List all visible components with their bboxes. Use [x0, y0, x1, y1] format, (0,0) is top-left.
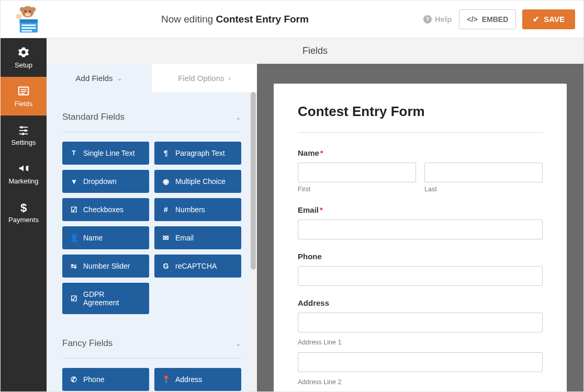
- field-type-numbers[interactable]: #Numbers: [154, 198, 241, 221]
- field-type-label: Address: [175, 375, 202, 384]
- svg-point-17: [20, 126, 23, 129]
- bullhorn-icon: [18, 163, 29, 174]
- group-standard-fields[interactable]: Standard Fields ⌄: [62, 107, 241, 132]
- svg-point-1: [20, 7, 25, 11]
- content-header: Fields: [47, 38, 583, 64]
- field-type-single-line-text[interactable]: TSingle Line Text: [62, 142, 149, 165]
- fancy-field-grid: ✆Phone📍Address: [62, 368, 241, 391]
- paragraph-icon: ¶: [162, 149, 170, 157]
- help-icon: ?: [423, 15, 432, 24]
- code-icon: </>: [467, 15, 477, 24]
- field-address[interactable]: Address Address Line 1 Address Line 2: [298, 298, 543, 386]
- embed-button[interactable]: </> EMBED: [459, 9, 516, 29]
- addr1-sublabel: Address Line 1: [298, 339, 543, 346]
- name-label: Name*: [298, 148, 543, 157]
- svg-point-21: [22, 132, 25, 135]
- required-mark: *: [320, 148, 323, 157]
- addr2-sublabel: Address Line 2: [298, 378, 543, 386]
- field-type-email[interactable]: ✉Email: [154, 226, 241, 249]
- field-phone[interactable]: Phone: [298, 252, 543, 286]
- group-title: Fancy Fields: [62, 338, 113, 349]
- svg-rect-8: [21, 24, 36, 26]
- page-title: Now editing Contest Entry Form: [47, 14, 423, 25]
- tab-field-options[interactable]: Field Options ›: [152, 64, 257, 92]
- sidebar-label: Fields: [15, 100, 33, 108]
- field-email[interactable]: Email*: [298, 205, 543, 239]
- sidebar-item-fields[interactable]: Fields: [1, 77, 47, 116]
- field-type-address[interactable]: 📍Address: [154, 368, 241, 391]
- preview-title: Contest Entry Form: [298, 103, 543, 133]
- label-text: Name: [298, 148, 319, 157]
- sidebar-item-setup[interactable]: Setup: [1, 38, 47, 77]
- dropdown-icon: ▾: [70, 177, 78, 186]
- tab-label: Add Fields: [76, 74, 113, 83]
- field-type-number-slider[interactable]: ⇆Number Slider: [62, 255, 149, 278]
- svg-point-5: [25, 13, 31, 16]
- field-type-paragraph-text[interactable]: ¶Paragraph Text: [154, 142, 241, 165]
- field-type-name[interactable]: 👤Name: [62, 226, 149, 249]
- fields-panel: Add Fields ⌄ Field Options › Standard Fi…: [47, 64, 257, 391]
- field-name[interactable]: Name* First Last: [298, 148, 543, 193]
- logo: [9, 5, 47, 33]
- address1-input[interactable]: [298, 313, 543, 332]
- chevron-down-icon: ⌄: [235, 340, 241, 348]
- sidebar-label: Settings: [12, 139, 36, 146]
- phone-label: Phone: [298, 252, 543, 261]
- field-type-label: Email: [175, 234, 194, 242]
- panel-inner: Standard Fields ⌄ TSingle Line Text¶Para…: [47, 92, 257, 391]
- check-icon: ☑: [70, 205, 78, 214]
- field-type-label: Name: [83, 234, 103, 242]
- svg-point-2: [31, 7, 36, 11]
- field-type-multiple-choice[interactable]: ◉Multiple Choice: [154, 170, 241, 193]
- field-type-checkboxes[interactable]: ☑Checkboxes: [62, 198, 149, 221]
- radio-icon: ◉: [162, 177, 170, 186]
- field-type-label: Multiple Choice: [175, 177, 226, 186]
- tab-label: Field Options: [178, 74, 224, 83]
- form-preview: Contest Entry Form Name* First Last: [274, 84, 567, 391]
- field-type-label: Paragraph Text: [175, 149, 225, 157]
- field-type-label: Numbers: [175, 205, 205, 214]
- last-name-input[interactable]: [424, 163, 543, 182]
- check-icon: ☑: [70, 294, 78, 303]
- sidebar-item-payments[interactable]: $ Payments: [1, 193, 47, 232]
- form-name: Contest Entry Form: [216, 14, 309, 25]
- field-type-dropdown[interactable]: ▾Dropdown: [62, 170, 149, 193]
- field-type-recaptcha[interactable]: GreCAPTCHA: [154, 255, 241, 278]
- label-text: Email: [298, 205, 319, 214]
- sidebar-label: Setup: [15, 61, 32, 69]
- field-type-label: Single Line Text: [83, 149, 135, 157]
- panel-tabs: Add Fields ⌄ Field Options ›: [47, 64, 257, 92]
- tab-add-fields[interactable]: Add Fields ⌄: [47, 64, 152, 92]
- field-type-phone[interactable]: ✆Phone: [62, 368, 149, 391]
- help-link[interactable]: ? Help: [423, 15, 452, 24]
- group-fancy-fields[interactable]: Fancy Fields ⌄: [62, 333, 241, 359]
- gear-icon: [18, 47, 29, 58]
- last-sublabel: Last: [424, 186, 543, 193]
- scrollbar-thumb[interactable]: [251, 92, 256, 270]
- field-type-label: Checkboxes: [83, 205, 123, 214]
- field-type-label: Number Slider: [83, 262, 130, 270]
- svg-rect-9: [21, 27, 36, 29]
- svg-point-19: [24, 129, 27, 132]
- recaptcha-icon: G: [162, 262, 170, 270]
- address2-input[interactable]: [298, 352, 543, 372]
- required-mark: *: [320, 205, 323, 214]
- svg-rect-7: [20, 19, 38, 22]
- chevron-down-icon: ⌄: [235, 113, 241, 121]
- field-type-gdpr-agreement[interactable]: ☑GDPR Agreement: [62, 283, 149, 314]
- save-button[interactable]: ✔ SAVE: [522, 9, 575, 29]
- sidebar-item-settings[interactable]: Settings: [1, 116, 47, 154]
- sliders-icon: [18, 124, 29, 135]
- first-name-input[interactable]: [298, 163, 416, 182]
- chevron-right-icon: ›: [229, 74, 231, 82]
- phone-input[interactable]: [298, 266, 543, 286]
- phone-icon: ✆: [70, 375, 78, 384]
- group-title: Standard Fields: [62, 112, 125, 122]
- form-icon: [18, 85, 29, 97]
- content-body: Add Fields ⌄ Field Options › Standard Fi…: [47, 64, 583, 391]
- scrollbar[interactable]: [250, 92, 257, 391]
- email-input[interactable]: [298, 220, 543, 239]
- standard-field-grid: TSingle Line Text¶Paragraph Text▾Dropdow…: [62, 142, 241, 314]
- sidebar-item-marketing[interactable]: Marketing: [1, 154, 47, 193]
- sidebar-label: Payments: [8, 216, 39, 224]
